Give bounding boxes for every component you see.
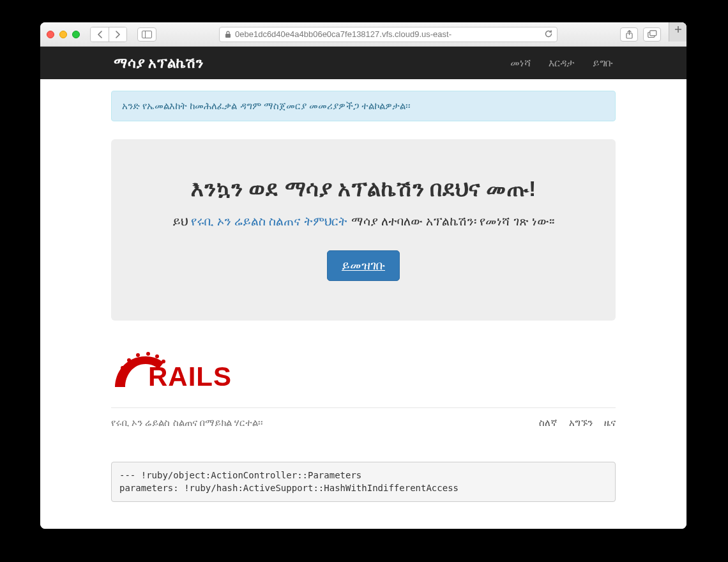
nav-links: መነሻ እርዳታ ይግቡ (510, 57, 613, 69)
reload-button[interactable] (544, 29, 553, 38)
minimize-window-button[interactable] (59, 31, 67, 38)
jumbotron: እንኳን ወደ ማሳያ አፕልኬሽን በደህና መጡ! ይህ የሩቢ ኦን ሬይ… (111, 139, 616, 321)
share-button[interactable] (620, 27, 638, 42)
footer-text: የሩቢ ኦን ሬይልስ ስልጠና በማይክል ሃርተል፡፡ (111, 417, 263, 429)
new-tab-button[interactable] (669, 22, 686, 42)
svg-point-12 (146, 352, 150, 356)
brand-title[interactable]: ማሳያ አፕልኬሽን (114, 55, 203, 72)
address-text: 0ebe1dc6d40e4a4bb06e0ca7fe138127.vfs.clo… (235, 29, 451, 39)
tabs-button[interactable] (643, 27, 661, 42)
rails-logo-text: RAILS (148, 361, 232, 391)
main-container: አንድ የኤመልእከት ከመሕለፈቃል ዳግም ማስጀመርያ መመሪያዎችጋ ተ… (111, 91, 616, 502)
svg-point-11 (136, 353, 140, 357)
flash-info-alert: አንድ የኤመልእከት ከመሕለፈቃል ዳግም ማስጀመርያ መመሪያዎችጋ ተ… (111, 91, 616, 121)
footer: የሩቢ ኦን ሬይልስ ስልጠና በማይክል ሃርተል፡፡ ስለኛ አግኙን ዜ… (111, 407, 616, 429)
site-navbar: ማሳያ አፕልኬሽን መነሻ እርዳታ ይግቡ (40, 47, 686, 79)
address-bar[interactable]: 0ebe1dc6d40e4a4bb06e0ca7fe138127.vfs.clo… (219, 27, 557, 42)
debug-dump: --- !ruby/object:ActionController::Param… (111, 462, 616, 502)
footer-link-contact[interactable]: አግኙን (569, 417, 593, 429)
footer-link-about[interactable]: ስለኛ (539, 417, 557, 429)
svg-rect-2 (225, 34, 231, 38)
lead-before: ይህ (172, 215, 191, 228)
browser-window: 0ebe1dc6d40e4a4bb06e0ca7fe138127.vfs.clo… (40, 22, 686, 529)
sidebar-toggle-button[interactable] (137, 27, 156, 42)
titlebar: 0ebe1dc6d40e4a4bb06e0ca7fe138127.vfs.clo… (40, 22, 686, 47)
rails-logo[interactable]: RAILS (111, 342, 616, 392)
lock-icon (225, 31, 231, 38)
svg-rect-6 (649, 31, 656, 36)
tutorial-link[interactable]: የሩቢ ኦን ሬይልስ ስልጠና ትምህርት (191, 215, 347, 228)
nav-back-forward-group (90, 27, 127, 42)
forward-button[interactable] (109, 27, 126, 42)
jumbotron-lead: ይህ የሩቢ ኦን ሬይልስ ስልጠና ትምህርት ማሳያ ለተባለው አፕልኬ… (130, 215, 596, 229)
back-button[interactable] (91, 27, 109, 42)
window-controls (47, 31, 80, 38)
jumbotron-heading: እንኳን ወደ ማሳያ አፕልኬሽን በደህና መጡ! (130, 176, 596, 202)
svg-point-13 (155, 354, 159, 358)
lead-after: ማሳያ ለተባለው አፕልኬሽን፡ የመነሻ ገጽ ነው፡፡ (347, 215, 554, 228)
svg-point-10 (127, 358, 131, 362)
page-content: ማሳያ አፕልኬሽን መነሻ እርዳታ ይግቡ አንድ የኤመልእከት ከመሕለ… (40, 47, 686, 529)
close-window-button[interactable] (47, 31, 54, 38)
svg-rect-0 (142, 31, 152, 38)
zoom-window-button[interactable] (72, 31, 80, 38)
signup-button[interactable]: ይመዝገቡ (327, 250, 400, 281)
nav-link-help[interactable]: እርዳታ (549, 57, 575, 69)
nav-link-login[interactable]: ይግቡ (593, 57, 613, 69)
nav-link-home[interactable]: መነሻ (510, 57, 531, 69)
svg-point-9 (121, 366, 125, 370)
footer-link-news[interactable]: ዜና (604, 417, 616, 429)
toolbar-right (620, 27, 661, 42)
footer-links: ስለኛ አግኙን ዜና (539, 417, 616, 429)
